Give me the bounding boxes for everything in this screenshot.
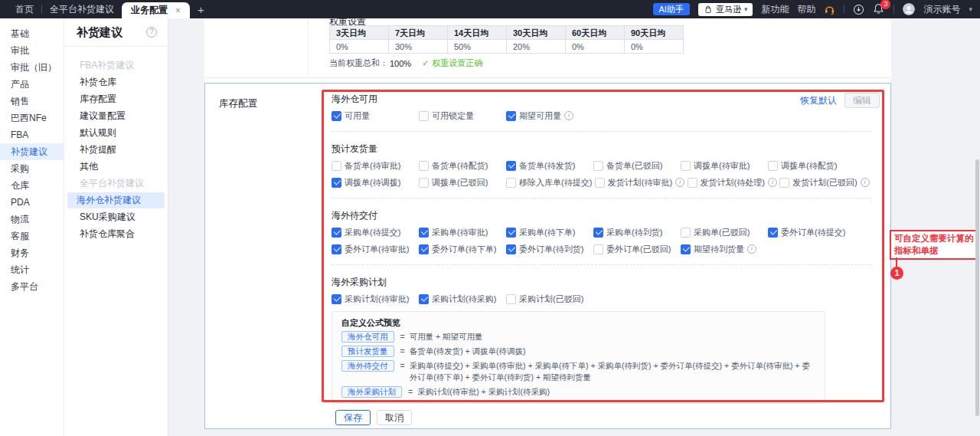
checkbox-option[interactable]: 采购计划(待采购)	[419, 293, 506, 305]
info-icon[interactable]	[564, 111, 573, 120]
info-icon[interactable]	[768, 178, 777, 187]
sidebar-sub-item[interactable]: 补货仓库	[67, 74, 165, 90]
checkbox[interactable]	[593, 244, 603, 254]
checkbox[interactable]	[506, 294, 516, 304]
sidebar-item[interactable]: 巴西NFe	[0, 110, 64, 126]
checkbox-option[interactable]: 委外订单(已驳回)	[593, 243, 681, 255]
nav-link-replenishment[interactable]: 全平台补货建议	[50, 3, 114, 16]
checkbox[interactable]	[768, 228, 778, 238]
tab-business-config[interactable]: 业务配置	[122, 2, 190, 18]
sidebar-item[interactable]: PDA	[0, 194, 64, 211]
sidebar-item[interactable]: 销售	[0, 93, 64, 110]
checkbox-option[interactable]: 发货计划(待处理)	[688, 176, 780, 188]
checkbox-option[interactable]: 采购计划(待审批)	[332, 293, 419, 305]
cancel-button[interactable]: 取消	[377, 410, 412, 425]
sidebar-item[interactable]: 多平台	[0, 278, 64, 295]
sidebar-item[interactable]: 仓库	[0, 177, 64, 194]
sidebar-item[interactable]: 财务	[0, 244, 64, 261]
avatar[interactable]	[903, 3, 915, 15]
checkbox[interactable]	[332, 228, 341, 238]
headset-support-icon[interactable]	[824, 4, 835, 15]
checkbox[interactable]	[681, 228, 691, 238]
help-link[interactable]: 帮助	[797, 3, 815, 16]
sidebar-sub-item[interactable]: 补货提醒	[67, 142, 165, 158]
checkbox-option[interactable]: 调拨单(待配货)	[768, 159, 855, 172]
checkbox-option[interactable]: 采购单(待提交)	[332, 226, 419, 238]
checkbox-option[interactable]: 采购单(待审批)	[419, 226, 506, 238]
sidebar-item[interactable]: 客服	[0, 228, 64, 244]
sidebar-sub-item[interactable]: SKU采购建议	[67, 209, 165, 225]
checkbox-option[interactable]: 采购单(已驳回)	[681, 226, 768, 238]
sidebar-item[interactable]: FBA	[0, 126, 64, 143]
checkbox[interactable]	[768, 161, 778, 171]
save-button[interactable]: 保存	[335, 410, 371, 425]
checkbox-option[interactable]: 采购计划(已驳回)	[506, 293, 593, 305]
checkbox[interactable]	[419, 161, 429, 171]
account-name[interactable]: 演示账号	[923, 3, 960, 16]
checkbox-option[interactable]: 备货单(待发货)	[506, 159, 593, 172]
checkbox[interactable]	[332, 161, 341, 171]
checkbox[interactable]	[419, 244, 429, 254]
sidebar-sub-item[interactable]: 库存配置	[67, 91, 165, 107]
checkbox-option[interactable]: 期望可用量	[506, 110, 593, 122]
checkbox[interactable]	[419, 111, 429, 121]
checkbox-option[interactable]: 发货计划(已驳回)	[779, 176, 872, 188]
sidebar-item[interactable]: 审批	[0, 42, 64, 59]
notifications-bell[interactable]: 3	[873, 3, 885, 15]
platform-selector[interactable]: 亚马逊	[698, 3, 753, 16]
info-icon[interactable]	[747, 244, 756, 254]
info-icon[interactable]	[675, 178, 684, 187]
ai-assistant-button[interactable]: AI助手	[653, 3, 690, 15]
checkbox-option[interactable]: 备货单(待配货)	[419, 159, 506, 172]
info-icon[interactable]	[861, 178, 870, 187]
checkbox-option[interactable]: 委外订单(待下单)	[419, 243, 506, 255]
checkbox-option[interactable]: 采购单(待到货)	[593, 226, 681, 238]
checkbox[interactable]	[332, 244, 341, 254]
checkbox[interactable]	[506, 244, 516, 254]
checkbox[interactable]	[593, 228, 603, 238]
sidebar-item[interactable]: 采购	[0, 160, 64, 177]
checkbox-option[interactable]: 采购单(待下单)	[506, 226, 593, 238]
sidebar-item[interactable]: 产品	[0, 76, 64, 93]
checkbox-option[interactable]: 委外订单(待审批)	[332, 243, 419, 255]
sidebar-item[interactable]: 基础	[0, 25, 64, 42]
sidebar-sub-item[interactable]: FBA补货建议	[67, 57, 165, 74]
checkbox-option[interactable]: 可用量	[332, 110, 419, 122]
checkbox[interactable]	[681, 161, 691, 171]
checkbox[interactable]	[506, 228, 516, 238]
checkbox[interactable]	[688, 178, 697, 188]
checkbox-option[interactable]: 备货单(待审批)	[332, 159, 419, 172]
checkbox-option[interactable]: 调拨单(待调拨)	[332, 176, 419, 188]
checkbox-option[interactable]: 调拨单(待审批)	[681, 159, 768, 172]
home-link[interactable]: 首页	[15, 3, 34, 16]
sidebar-sub-item[interactable]: 海外仓补货建议	[67, 192, 165, 208]
checkbox-option[interactable]: 可用锁定量	[419, 110, 506, 122]
checkbox-option[interactable]: 调拨单(已驳回)	[419, 176, 506, 188]
sidebar-sub-item[interactable]: 建议量配置	[67, 108, 165, 124]
vertical-scrollbar[interactable]	[975, 159, 979, 416]
checkbox[interactable]	[506, 161, 516, 171]
checkbox-option[interactable]: 委外订单(待提交)	[768, 226, 855, 238]
help-circle-icon[interactable]	[146, 27, 157, 38]
checkbox-option[interactable]: 委外订单(待到货)	[506, 243, 593, 255]
close-icon[interactable]	[175, 6, 181, 15]
new-features-link[interactable]: 新功能	[761, 3, 789, 16]
checkbox[interactable]	[595, 178, 605, 188]
checkbox[interactable]	[419, 178, 429, 188]
checkbox-option[interactable]: 移除入库单(待提交)	[506, 176, 595, 188]
sidebar-item[interactable]: 物流	[0, 211, 64, 228]
checkbox[interactable]	[506, 111, 516, 121]
download-icon[interactable]	[853, 4, 864, 15]
checkbox-option[interactable]: 期望待到货量	[681, 243, 768, 255]
sidebar-item[interactable]: 统计	[0, 261, 64, 278]
checkbox[interactable]	[779, 178, 789, 188]
sidebar-sub-item[interactable]: 补货仓库聚合	[67, 226, 165, 242]
sidebar-item[interactable]: 补货建议	[0, 143, 64, 160]
new-tab-icon[interactable]	[198, 4, 204, 15]
sidebar-sub-item[interactable]: 全平台补货建议	[67, 175, 165, 192]
checkbox[interactable]	[332, 178, 341, 188]
checkbox[interactable]	[419, 294, 429, 304]
sidebar-sub-item[interactable]: 默认规则	[67, 125, 165, 141]
checkbox[interactable]	[332, 111, 341, 121]
sidebar-sub-item[interactable]: 其他	[67, 159, 165, 175]
